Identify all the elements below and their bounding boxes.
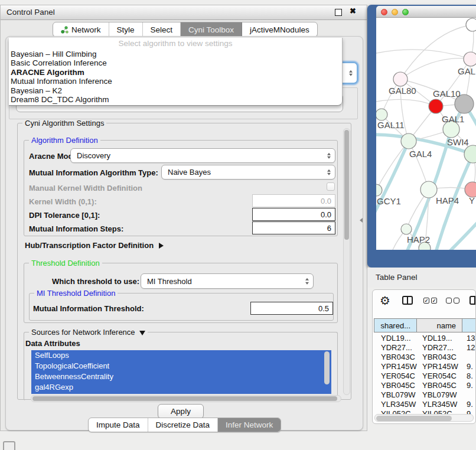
table-horizontal-scrollbar[interactable] <box>374 414 474 422</box>
dpi-tolerance-value: 0.0 <box>321 210 331 219</box>
split-panel-icon[interactable] <box>402 296 413 305</box>
network-node-gal80[interactable] <box>393 72 407 86</box>
settings-horizontal-scrollbar[interactable] <box>31 395 341 402</box>
bottom-tab-infer-network[interactable]: Infer Network <box>218 418 281 432</box>
network-node-hap4[interactable] <box>420 181 437 198</box>
table-cell: YBR043C <box>374 353 417 361</box>
bottom-tab-impute-data[interactable]: Impute Data <box>89 418 148 432</box>
control-panel-title: Control Panel <box>6 8 55 17</box>
algorithm-dropdown-list: Select algorithm to view settings Bayesi… <box>9 38 343 106</box>
expand-right-icon[interactable] <box>159 243 164 249</box>
panel-mode-icon[interactable] <box>470 296 476 305</box>
tab-network[interactable]: Network <box>53 22 109 37</box>
network-graph[interactable]: GALGAL80GAL10GAL11GAL1SWI4GAL4GCY1HAP4YH… <box>376 18 476 250</box>
network-node-gcy1[interactable] <box>376 184 382 196</box>
dropdown-placeholder: Select algorithm to view settings <box>9 39 342 48</box>
network-edge-thick[interactable] <box>448 220 476 250</box>
mi-steps-field[interactable]: 6 <box>252 221 335 234</box>
network-node-gal4[interactable] <box>401 133 416 149</box>
mac-minimize-button[interactable] <box>392 9 398 15</box>
manual-kernel-checkbox[interactable] <box>327 182 335 191</box>
network-node-gal11[interactable] <box>376 109 387 120</box>
scrollbar-thumb[interactable] <box>344 130 349 240</box>
node-label: SWI4 <box>447 137 469 147</box>
gear-icon[interactable]: ⚙ <box>380 294 390 308</box>
select-all-icon[interactable]: ✓ <box>423 298 429 304</box>
network-canvas[interactable]: GALGAL80GAL10GAL11GAL1SWI4GAL4GCY1HAP4YH… <box>376 18 476 250</box>
tab-style[interactable]: Style <box>109 22 143 37</box>
table-cell: YBR045C <box>374 381 417 390</box>
which-threshold-combo[interactable]: MI Threshold <box>141 273 314 289</box>
algorithm-option-aracne-algorithm[interactable]: ARACNE Algorithm <box>11 68 340 77</box>
table-row[interactable]: YBR043CYBR043C <box>374 352 476 361</box>
tab-label: Cyni Toolbox <box>188 25 234 34</box>
deselect-all-icon[interactable] <box>454 298 459 304</box>
kernel-width-field[interactable]: 0.0 <box>252 194 335 207</box>
tab-jactivemnodules[interactable]: jActiveMNodules <box>242 22 317 37</box>
table-cell: YLR345W <box>374 400 417 409</box>
mac-zoom-button[interactable] <box>402 9 409 15</box>
mi-threshold-value: 0.5 <box>318 304 329 313</box>
threshold-definition-title: Threshold Definition <box>29 259 102 268</box>
tab-select[interactable]: Select <box>143 22 181 37</box>
algorithm-option-bayesian-hill-climbing[interactable]: Bayesian – Hill Climbing <box>11 50 340 58</box>
hub-section-toggle[interactable]: Hub/Transcription Factor Definition <box>25 241 164 250</box>
network-view-window[interactable]: GALGAL80GAL10GAL11GAL1SWI4GAL4GCY1HAP4YH… <box>367 5 476 268</box>
close-icon[interactable]: ✖ <box>350 6 356 15</box>
tab-label: Style <box>117 25 135 34</box>
column-header-extra[interactable] <box>462 318 476 332</box>
table-row[interactable]: YPR145WYPR145W9. <box>374 361 476 371</box>
table-cell: YER054C <box>374 371 417 380</box>
control-panel-titlebar[interactable]: Control Panel ✖ <box>1 5 367 20</box>
column-header-shared[interactable]: shared... <box>374 318 417 332</box>
mi-steps-value: 6 <box>327 224 331 233</box>
algorithm-option-mutual-information-inference[interactable]: Mutual Information Inference <box>11 77 340 86</box>
mi-type-combo[interactable]: Naive Bayes <box>161 165 335 180</box>
scrollbar-thumb[interactable] <box>376 416 452 421</box>
attribute-item-selfloops[interactable]: SelfLoops <box>31 350 331 361</box>
bottom-tab-discretize-data[interactable]: Discretize Data <box>148 418 219 432</box>
attribute-item-topologicalcoefficient[interactable]: TopologicalCoefficient <box>31 361 331 371</box>
network-window-titlebar[interactable] <box>376 6 476 18</box>
algorithm-option-bayesian-k2[interactable]: Bayesian – K2 <box>11 86 340 95</box>
algorithm-option-dream8-dc-tdc-algorithm[interactable]: Dream8 DC_TDC Algorithm <box>11 95 340 104</box>
float-window-icon[interactable] <box>335 9 342 16</box>
table-header: shared...name <box>374 318 476 332</box>
table-cell: 12 <box>462 343 476 352</box>
settings-vertical-scrollbar[interactable] <box>343 128 350 395</box>
attribute-item-betweennesscentrality[interactable]: BetweennessCentrality <box>31 371 331 382</box>
dpi-tolerance-label: DPI Tolerance [0,1]: <box>29 211 100 220</box>
tab-cyni-toolbox[interactable]: Cyni Toolbox <box>181 22 242 37</box>
network-node-hap2[interactable] <box>401 224 412 234</box>
network-node-gal[interactable] <box>464 52 476 66</box>
mi-threshold-field[interactable]: 0.5 <box>250 302 333 315</box>
cyni-algorithm-settings-group: Cyni Algorithm Settings Algorithm Defini… <box>17 123 351 400</box>
dpi-tolerance-field[interactable]: 0.0 <box>252 208 335 221</box>
apply-button[interactable]: Apply <box>158 404 204 419</box>
network-icon <box>61 26 69 34</box>
corner-widget-icon[interactable] <box>3 441 15 450</box>
table-row[interactable]: YLR345WYLR345W9. <box>374 399 476 409</box>
table-row[interactable]: YER054CYER054C8. <box>374 371 476 380</box>
table-row[interactable]: YBR045CYBR045C9. <box>374 380 476 390</box>
network-node[interactable] <box>466 18 476 31</box>
attribute-item-gal4rgexp[interactable]: gal4RGexp <box>31 382 331 393</box>
collapse-down-icon[interactable] <box>139 331 145 335</box>
table-panel-titlebar: Table Panel <box>367 268 476 288</box>
algorithm-option-basic-correlation-inference[interactable]: Basic Correlation Inference <box>11 58 340 67</box>
panel-divider-handle[interactable] <box>360 218 363 223</box>
kernel-width-value: 0.0 <box>321 197 331 206</box>
list-scrollbar[interactable] <box>324 351 330 384</box>
network-node-swi4[interactable] <box>464 145 476 163</box>
select-all-icon[interactable]: ✓ <box>431 298 437 304</box>
column-header-name[interactable]: name <box>417 318 462 332</box>
mac-close-button[interactable] <box>381 9 387 15</box>
table-row[interactable]: YDR27...YDR27...12 <box>374 343 476 352</box>
aracne-mode-combo[interactable]: Discovery <box>70 148 335 163</box>
scrollbar-thumb[interactable] <box>32 396 337 401</box>
table-row[interactable]: YBL079WYBL079W <box>374 390 476 399</box>
table-row[interactable]: YDL19...YDL19...13 <box>374 333 476 343</box>
network-node[interactable] <box>429 99 443 113</box>
deselect-all-icon[interactable] <box>446 298 452 304</box>
mi-threshold-group: MI Threshold Definition Mutual Informati… <box>29 293 334 321</box>
